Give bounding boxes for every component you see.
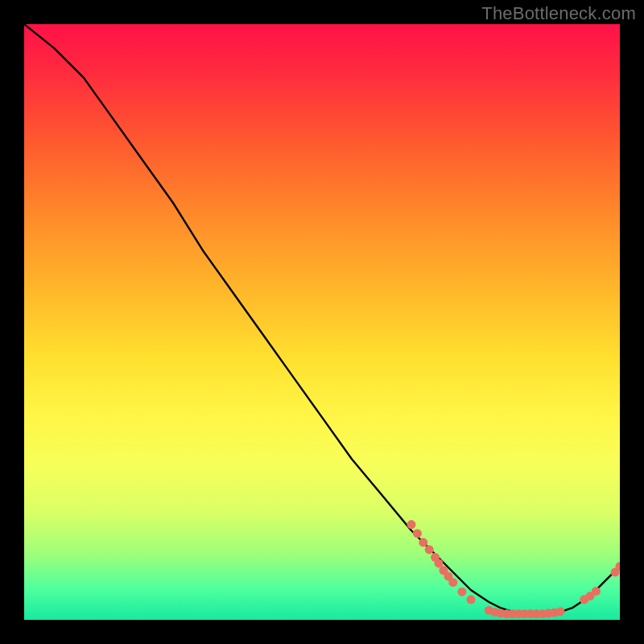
scatter-dot [413,529,422,538]
scatter-dot [425,545,434,554]
scatter-dot [556,607,565,616]
plot-svg [24,24,620,620]
scatter-dot [419,538,427,547]
curve-line [24,24,620,614]
scatter-dot [407,520,416,529]
chart-frame: TheBottleneck.com [0,0,644,644]
watermark-text: TheBottleneck.com [481,3,636,24]
scatter-dot [592,587,601,596]
scatter-dot [457,588,466,597]
scatter-points [407,520,621,618]
scatter-dot [448,578,457,587]
plot-area [24,24,620,620]
scatter-dot [467,595,476,604]
